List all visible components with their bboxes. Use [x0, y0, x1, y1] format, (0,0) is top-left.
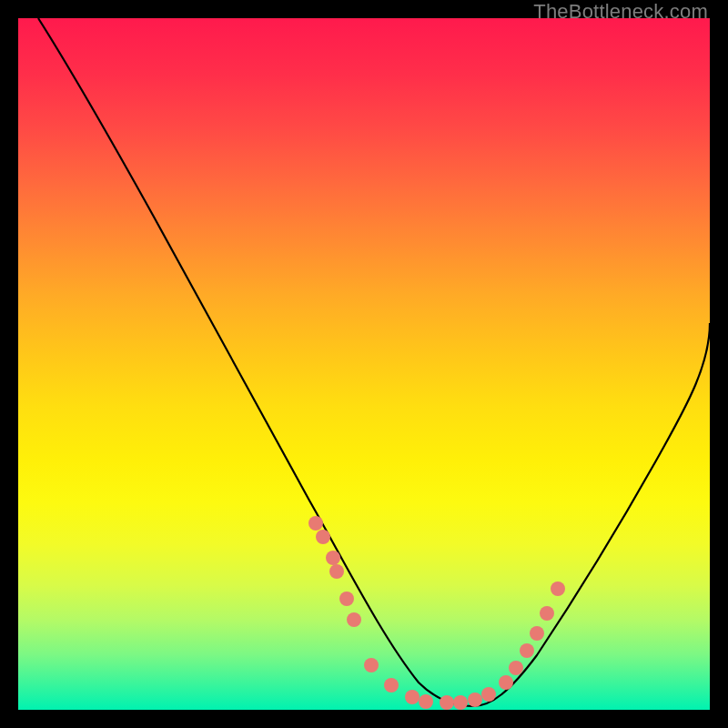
marker-dot — [509, 661, 523, 675]
watermark-text: TheBottleneck.com — [533, 0, 708, 24]
marker-dot — [384, 678, 399, 693]
marker-dot — [405, 690, 420, 704]
marker-dot — [440, 695, 454, 710]
marker-dot — [530, 626, 544, 641]
marker-dot — [326, 551, 340, 565]
marker-dot — [329, 564, 344, 579]
marker-dot — [468, 693, 482, 707]
marker-dot — [520, 643, 534, 658]
plot-area — [18, 18, 710, 710]
marker-dot — [453, 695, 468, 710]
bottleneck-curve — [38, 18, 710, 706]
curve-layer — [38, 18, 710, 706]
marker-dot — [551, 581, 565, 596]
marker-dot — [364, 658, 379, 672]
marker-dot — [308, 516, 323, 531]
marker-layer — [308, 516, 565, 710]
marker-dot — [316, 530, 330, 544]
chart-svg — [18, 18, 710, 710]
marker-dot — [499, 675, 513, 690]
marker-dot — [347, 612, 361, 627]
marker-dot — [540, 606, 554, 621]
marker-dot — [419, 694, 433, 709]
marker-dot — [481, 687, 496, 702]
marker-dot — [339, 592, 354, 606]
